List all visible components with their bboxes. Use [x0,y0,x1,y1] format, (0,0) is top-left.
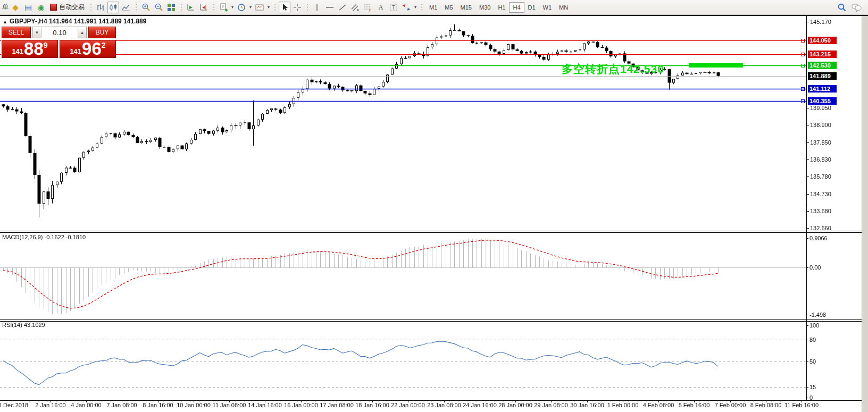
candlestick-chart-icon[interactable] [107,2,119,13]
volume-increase-button[interactable]: ▲ [78,27,86,38]
timeframe-mn[interactable]: MN [555,2,572,13]
trendline-icon[interactable] [337,2,348,13]
buy-price-big: 96 [82,41,102,57]
zoom-in-icon[interactable] [140,2,152,13]
buy-button[interactable]: BUY [88,27,116,38]
macd-indicator-label: MACD(12,26,9) -0.1622 -0.1810 [2,234,86,240]
chat-icon[interactable] [851,2,863,13]
time-axis-label: 14 Jan 16:00 [248,402,282,408]
chart-shift-icon[interactable] [198,2,210,13]
price-tick-label: 135.780 [810,173,831,180]
chart-title: ▲GBPJPY-,H4 141.964 141.991 141.889 141.… [3,18,146,25]
bar-chart-icon[interactable] [95,2,106,13]
svg-text:F: F [369,9,371,12]
volume-decrease-button[interactable]: ▼ [33,27,41,38]
sell-button[interactable]: SELL [2,27,31,38]
rsi-tick-label: 15 [809,384,816,390]
timeframe-m5[interactable]: M5 [441,2,456,13]
search-icon[interactable] [836,2,848,13]
signal-icon[interactable]: ◉ [35,2,47,13]
toolbar-drag-handle[interactable] [306,3,308,12]
buy-price-base: 141 [70,47,81,55]
news-icon[interactable]: ▤ [22,2,34,13]
sell-price-panel[interactable]: 141 88 9 [2,40,58,58]
time-axis-label: 4 Jan 00:00 [71,402,102,408]
macd-tick-label: 0.9066 [809,235,828,241]
time-axis-label: 16 Jan 00:00 [284,402,318,408]
order-book-icon[interactable]: ◆ [10,2,21,13]
toolbar-drag-handle[interactable] [212,3,215,12]
periods-clock-icon[interactable] [236,2,247,13]
rsi-tick-label: 50 [809,358,816,365]
toolbar-drag-handle[interactable] [180,3,182,12]
cursor-icon[interactable] [279,2,290,13]
toolbar-drag-handle[interactable] [273,3,276,12]
time-axis-label: 8 Jan 16:00 [143,402,173,408]
time-axis-label: 31 Dec 2018 [0,402,28,408]
svg-text:E: E [357,9,359,12]
price-chart-canvas[interactable] [0,16,868,412]
templates-icon[interactable] [254,2,265,13]
price-level-badge: 141.112 [808,85,837,93]
time-axis-label: 7 Feb 00:00 [715,402,746,408]
toolbar-drag-handle[interactable] [135,3,137,12]
timeframe-m30[interactable]: M30 [475,2,494,13]
time-axis-label: 5 Feb 16:00 [679,402,710,408]
toolbar-drag-handle[interactable] [420,3,423,12]
time-axis-label: 7 Jan 08:00 [106,402,137,408]
add-indicator-icon[interactable] [218,2,229,13]
timeframe-h4[interactable]: H4 [509,2,524,13]
volume-spinner: ▼ ▲ [32,27,87,38]
arrows-icon[interactable] [400,2,412,13]
time-axis-label: 1 Feb 00:00 [607,402,639,408]
price-tick-label: 139.950 [810,105,831,111]
volume-input[interactable] [41,27,78,38]
window-right-strip [862,16,868,412]
green-highlight-bar [689,63,743,68]
time-axis-label: 29 Jan 08:00 [534,402,568,408]
buy-price-panel[interactable]: 141 96 2 [60,40,116,58]
toolbar-drag-handle[interactable] [89,3,92,12]
auto-scroll-icon[interactable] [185,2,197,13]
arrows-dropdown[interactable]: ▾ [413,5,418,10]
price-level-badge: 141.889 [808,72,837,80]
price-tick-label: 137.850 [810,139,831,146]
line-chart-icon[interactable] [120,2,132,13]
autotrading-icon [50,4,57,11]
symbol-marker-icon: ▲ [3,19,7,24]
equidistant-channel-icon[interactable]: E [349,2,361,13]
time-axis-label: 28 Jan 00:00 [498,402,532,408]
time-axis-label: 2 Jan 16:00 [35,402,66,408]
sell-price-big: 88 [24,41,44,57]
sell-price-base: 141 [12,47,23,55]
zoom-out-icon[interactable] [153,2,164,13]
text-label-icon[interactable]: T [388,2,399,13]
one-click-trading-panel: SELL ▼ ▲ BUY 141 88 9 141 96 2 [1,26,116,59]
timeframe-m1[interactable]: M1 [425,2,441,13]
time-axis-label: 8 Feb 08:00 [750,402,782,408]
text-icon[interactable]: A [375,2,387,13]
rsi-tick-label: 100 [809,322,819,329]
timeframe-d1[interactable]: D1 [524,2,539,13]
autotrading-button[interactable]: 自动交易 [48,2,87,13]
toolbar-bottom-edge [0,15,868,16]
templates-dropdown[interactable]: ▾ [266,5,271,10]
timeframe-m15[interactable]: M15 [457,2,475,13]
macd-tick-label: -1.498 [809,312,826,318]
timeframe-w1[interactable]: W1 [539,2,556,13]
periods-dropdown[interactable]: ▾ [248,5,253,10]
vertical-line-icon[interactable] [311,2,323,13]
price-level-badge: 144.050 [808,37,837,44]
new-order-partial-label[interactable]: 单 [2,3,9,12]
time-axis-label: 10 Jan 00:00 [177,402,211,408]
add-indicator-dropdown[interactable]: ▾ [230,5,235,10]
buy-price-pips: 2 [102,41,106,49]
time-axis-label: 11 Feb 16:00 [784,402,819,408]
fibonacci-icon[interactable]: F [362,2,374,13]
time-axis-label: 4 Feb 08:00 [643,402,674,408]
tile-windows-icon[interactable] [165,2,177,13]
crosshair-icon[interactable] [291,2,303,13]
horizontal-line-icon[interactable] [324,2,336,13]
timeframe-h1[interactable]: H1 [494,2,509,13]
time-axis-label: 17 Jan 08:00 [320,402,354,408]
